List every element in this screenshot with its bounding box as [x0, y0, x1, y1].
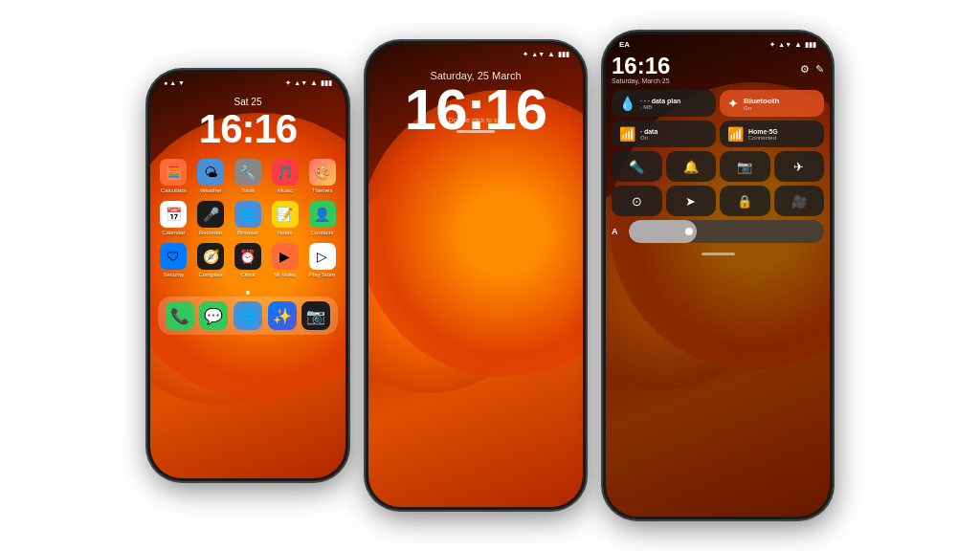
- bluetooth-title: Bluetooth: [744, 97, 779, 105]
- wifi-icon-3: ▲: [794, 40, 802, 49]
- app-row-2: 📅Calendar 🎤Recorder 🌐Browser 📝Notes 👤Con…: [158, 201, 338, 235]
- settings-icon[interactable]: ⚙: [800, 63, 810, 76]
- recorder-label: Recorder: [199, 230, 223, 235]
- dot-1: [246, 291, 250, 295]
- wifi-tile-icon: 📶: [727, 126, 744, 142]
- lock-date-text: Saturday, 25 March: [368, 70, 583, 81]
- contacts-icon: 👤: [309, 201, 336, 228]
- cc-location-button[interactable]: ➤: [666, 186, 717, 216]
- cc-tile-data[interactable]: 💧 · · · data plan · MB: [612, 90, 716, 117]
- security-label: Security: [164, 272, 185, 277]
- data-sub: · MB: [640, 104, 680, 110]
- cc-tile-cellular[interactable]: 📶 · data On: [612, 121, 716, 147]
- lock-time-2: 16:16: [368, 81, 583, 139]
- phone-1: ● ▲ ▼ ✦ ▲▼ ▲ ▮▮▮ Sat 25 16:16 🧮Calculato…: [147, 70, 348, 481]
- edit-icon[interactable]: ✎: [815, 63, 824, 76]
- battery-icon-3: ▮▮▮: [805, 41, 816, 49]
- bluetooth-icon-2: ✦: [523, 51, 528, 58]
- phone-3-screen: EA ✦ ▲▼ ▲ ▮▮▮ 16:16 Saturday, March 25 ⚙…: [606, 34, 830, 517]
- bluetooth-tile-icon: ✦: [727, 96, 739, 111]
- status-bar-2: ✦ ▲▼ ▲ ▮▮▮: [368, 44, 583, 60]
- ea-label: EA: [619, 40, 630, 49]
- app-row-3: 🛡Security 🧭Compass ⏰Clock ▶Mi Video ▷Pla…: [158, 243, 338, 277]
- phone-2-screen: ✦ ▲▼ ▲ ▮▮▮ Saturday, 25 March 16:16 Doub…: [368, 44, 583, 507]
- cellular-sub: On: [640, 135, 657, 141]
- calculator-icon: 🧮: [160, 159, 187, 186]
- notes-label: Notes: [278, 230, 293, 235]
- dock: 📞 💬 🌐 ✨ 📷: [158, 297, 338, 335]
- home-time: 16:16: [150, 109, 345, 149]
- app-security[interactable]: 🛡Security: [158, 243, 189, 277]
- play-store-label: Play Store: [309, 272, 336, 277]
- brightness-slider[interactable]: [629, 220, 824, 243]
- security-icon: 🛡: [160, 243, 187, 270]
- cc-tile-bluetooth[interactable]: ✦ Bluetooth On: [720, 90, 824, 117]
- app-weather[interactable]: 🌤Weather: [195, 159, 227, 193]
- app-browser[interactable]: 🌐Browser: [233, 201, 264, 235]
- tools-label: Tools: [241, 187, 255, 193]
- brightness-thumb: [685, 228, 693, 235]
- cc-record-button[interactable]: 🎥: [774, 186, 825, 216]
- wifi-icon-2: ▲: [547, 50, 555, 58]
- cc-header-icons: ⚙ ✎: [800, 63, 824, 76]
- cc-camera-button[interactable]: 📷: [720, 151, 770, 182]
- battery-icon: ▮▮▮: [321, 79, 332, 87]
- mi-video-icon: ▶: [272, 243, 299, 270]
- status-icons-2: ✦ ▲▼ ▲ ▮▮▮: [523, 50, 569, 58]
- wifi-sub: Connected: [748, 135, 778, 141]
- dock-ai[interactable]: ✨: [268, 301, 297, 330]
- brightness-label: A: [612, 227, 623, 236]
- cc-brightness-row: A: [612, 220, 824, 243]
- dock-messages[interactable]: 💬: [199, 301, 228, 330]
- app-contacts[interactable]: 👤Contacts: [306, 201, 338, 235]
- home-datetime: Sat 25 16:16: [150, 97, 345, 149]
- themes-icon: 🎨: [309, 159, 336, 186]
- cc-airplane-button[interactable]: ✈: [774, 151, 825, 182]
- notes-icon: 📝: [272, 201, 299, 228]
- app-music[interactable]: 🎵Music: [269, 159, 301, 193]
- cc-privacy-button[interactable]: ⊙: [612, 186, 662, 216]
- status-bar-1: ● ▲ ▼ ✦ ▲▼ ▲ ▮▮▮: [150, 73, 345, 89]
- home-indicator: [702, 253, 735, 255]
- cc-torch-button[interactable]: 🔦: [612, 151, 662, 182]
- dock-phone[interactable]: 📞: [166, 301, 194, 330]
- app-tools[interactable]: 🔧Tools: [233, 159, 264, 193]
- app-themes[interactable]: 🎨Themes: [306, 159, 338, 193]
- status-left: ● ▲ ▼: [164, 79, 185, 86]
- cc-bell-button[interactable]: 🔔: [666, 151, 717, 182]
- contacts-label: Contacts: [311, 230, 334, 235]
- cc-tile-wifi-info: Home·5G Connected: [748, 128, 778, 141]
- signal-icon: ▲▼: [294, 79, 307, 86]
- signal-icon-3: ▲▼: [778, 41, 791, 48]
- play-store-icon: ▷: [309, 243, 336, 270]
- signal-icon-2: ▲▼: [531, 51, 545, 57]
- browser-label: Browser: [237, 230, 258, 235]
- app-compass[interactable]: 🧭Compass: [195, 243, 227, 277]
- browser-icon: 🌐: [234, 201, 261, 228]
- app-mi-video[interactable]: ▶Mi Video: [269, 243, 301, 277]
- cc-row-2: ⊙ ➤ 🔒 🎥: [612, 186, 824, 216]
- app-calculator[interactable]: 🧮Calculator: [158, 159, 189, 193]
- app-notes[interactable]: 📝Notes: [269, 201, 301, 235]
- wifi-title: Home·5G: [748, 128, 778, 135]
- dock-browser[interactable]: 🌐: [234, 301, 262, 330]
- compass-icon: 🧭: [197, 243, 224, 270]
- cc-header: 16:16 Saturday, March 25 ⚙ ✎: [612, 55, 824, 84]
- weather-label: Weather: [200, 187, 222, 193]
- data-icon: 💧: [619, 96, 635, 111]
- cc-tile-bt-info: Bluetooth On: [744, 97, 779, 111]
- app-calendar[interactable]: 📅Calendar: [158, 201, 189, 235]
- clock-label: Clock: [240, 272, 255, 277]
- phone-3: EA ✦ ▲▼ ▲ ▮▮▮ 16:16 Saturday, March 25 ⚙…: [603, 32, 833, 519]
- cc-row-1: 🔦 🔔 📷 ✈: [612, 151, 824, 182]
- tools-icon: 🔧: [234, 159, 261, 186]
- dock-camera[interactable]: 📷: [301, 301, 330, 330]
- cc-tiles-grid: 💧 · · · data plan · MB ✦ Bluetooth On 📶: [612, 90, 824, 147]
- app-recorder[interactable]: 🎤Recorder: [195, 201, 227, 235]
- app-clock[interactable]: ⏰Clock: [233, 243, 264, 277]
- app-play-store[interactable]: ▷Play Store: [306, 243, 338, 277]
- cc-lock-button[interactable]: 🔒: [720, 186, 770, 216]
- cc-tile-wifi[interactable]: 📶 Home·5G Connected: [720, 121, 824, 147]
- phone-2: ✦ ▲▼ ▲ ▮▮▮ Saturday, 25 March 16:16 Doub…: [366, 41, 586, 510]
- status-icons-1: ✦ ▲▼ ▲ ▮▮▮: [285, 78, 332, 87]
